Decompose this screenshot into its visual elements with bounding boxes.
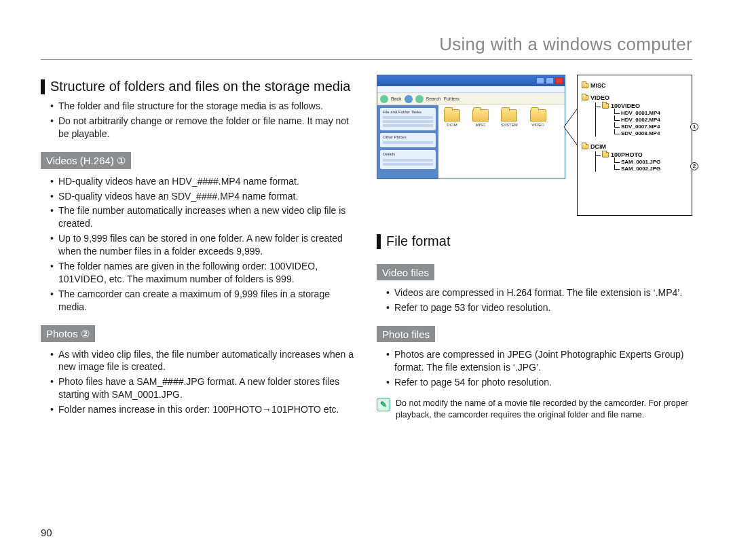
folder-icon: MISC xyxy=(472,109,489,174)
explorer-body: File and Folder Tasks Other Places Detai… xyxy=(377,105,565,179)
list-item: Photo files have a SAM_####.JPG format. … xyxy=(50,375,356,401)
annotation-mark-1: 1 xyxy=(690,123,698,131)
section-header-structure: Structure of folders and files on the st… xyxy=(41,79,356,94)
folder-icon xyxy=(582,144,588,149)
section-header-file-format: File format xyxy=(377,234,692,249)
explorer-titlebar xyxy=(377,75,565,86)
section-title-text: File format xyxy=(386,234,450,249)
minimize-icon xyxy=(536,77,544,84)
intro-list: The folder and file structure for the st… xyxy=(41,100,356,141)
folder-icon: DCIM xyxy=(444,109,460,174)
list-item: Refer to page 54 for photo resolution. xyxy=(386,376,692,389)
folder-icon xyxy=(582,95,588,100)
folder-icon xyxy=(582,83,588,88)
subheader-photos: Photos ② xyxy=(41,325,95,342)
list-item: Refer to page 53 for video resolution. xyxy=(386,301,692,314)
note-box: ✎ Do not modify the name of a movie file… xyxy=(377,398,692,421)
page-number: 90 xyxy=(41,527,52,538)
details-panel: Details xyxy=(380,150,436,168)
toolbar-folders-label: Folders xyxy=(444,96,459,101)
tree-file: SDV_0008.MP4 xyxy=(621,130,688,136)
right-column: Back Search Folders File and Folder Task… xyxy=(377,75,692,421)
subheader-photo-files: Photo files xyxy=(377,326,435,342)
tasks-panel: File and Folder Tasks xyxy=(380,108,436,130)
video-files-list: Videos are compressed in H.264 format. T… xyxy=(377,286,692,314)
up-icon xyxy=(415,95,424,103)
section-title-text: Structure of folders and files on the st… xyxy=(50,79,350,94)
list-item: The camcorder can create a maximum of 9,… xyxy=(50,288,356,314)
explorer-window: Back Search Folders File and Folder Task… xyxy=(377,75,565,179)
folder-icon xyxy=(602,103,609,109)
explorer-folder-view: DCIM MISC SYSTEM VIDEO xyxy=(438,105,565,179)
list-item: The folder and file structure for the st… xyxy=(50,100,356,113)
list-item: As with video clip files, the file numbe… xyxy=(50,348,356,374)
explorer-menubar xyxy=(377,86,565,93)
list-item: Up to 9,999 files can be stored in one f… xyxy=(50,232,356,258)
toolbar-back-label: Back xyxy=(391,96,402,101)
close-icon xyxy=(555,77,563,84)
photos-list: As with video clip files, the file numbe… xyxy=(41,348,356,416)
header-bar-icon xyxy=(41,79,45,94)
subheader-video-files: Video files xyxy=(377,264,434,280)
photo-files-list: Photos are compressed in JPEG (Joint Pho… xyxy=(377,348,692,389)
manual-page: Using with a windows computer Structure … xyxy=(0,0,733,560)
tree-node-dcim: DCIM 100PHOTO SAM_0001.JPG SAM_0002.JPG … xyxy=(582,143,688,172)
folder-icon xyxy=(602,152,609,157)
tree-node-100photo: 100PHOTO SAM_0001.JPG SAM_0002.JPG xyxy=(591,151,688,172)
folder-tree-diagram: MISC VIDEO 100VIDEO HDV_0001.MP4 HDV_000… xyxy=(577,75,692,216)
tree-file: SDV_0007.MP4 xyxy=(621,124,688,130)
tree-file: SAM_0002.JPG xyxy=(621,166,688,172)
back-icon xyxy=(380,95,388,103)
list-item: Do not arbitrarily change or remove the … xyxy=(50,115,356,141)
two-column-layout: Structure of folders and files on the st… xyxy=(41,75,692,421)
folder-structure-illustration: Back Search Folders File and Folder Task… xyxy=(377,75,692,224)
chapter-title: Using with a windows computer xyxy=(41,34,692,55)
forward-icon xyxy=(405,95,413,103)
videos-list: HD-quality videos have an HDV_####.MP4 n… xyxy=(41,175,356,314)
other-places-panel: Other Places xyxy=(380,133,436,147)
tree-node-100video: 100VIDEO HDV_0001.MP4 HDV_0002.MP4 SDV_0… xyxy=(591,102,688,136)
explorer-toolbar: Back Search Folders xyxy=(377,93,565,105)
list-item: Folder names increase in this order: 100… xyxy=(50,403,356,416)
explorer-side-panel: File and Folder Tasks Other Places Detai… xyxy=(377,105,438,179)
left-column: Structure of folders and files on the st… xyxy=(41,75,356,421)
list-item: The folder names are given in the follow… xyxy=(50,260,356,286)
subheader-videos: Videos (H.264) ① xyxy=(41,152,131,169)
list-item: The file number automatically increases … xyxy=(50,204,356,230)
toolbar-search-label: Search xyxy=(426,96,441,101)
folder-icon: SYSTEM xyxy=(501,109,518,174)
divider xyxy=(41,59,692,60)
tree-node-video: VIDEO 100VIDEO HDV_0001.MP4 HDV_0002.MP4… xyxy=(582,94,688,136)
folder-icon: VIDEO xyxy=(530,109,546,174)
list-item: HD-quality videos have an HDV_####.MP4 n… xyxy=(50,175,356,188)
annotation-mark-2: 2 xyxy=(690,162,698,170)
tree-file: SAM_0001.JPG xyxy=(621,159,688,165)
list-item: SD-quality videos have an SDV_####.MP4 n… xyxy=(50,190,356,203)
tree-file: HDV_0001.MP4 xyxy=(621,110,688,116)
list-item: Photos are compressed in JPEG (Joint Pho… xyxy=(386,348,692,374)
maximize-icon xyxy=(546,77,554,84)
tree-file: HDV_0002.MP4 xyxy=(621,117,688,123)
note-text: Do not modify the name of a movie file r… xyxy=(396,398,692,421)
header-bar-icon xyxy=(377,234,381,249)
list-item: Videos are compressed in H.264 format. T… xyxy=(386,286,692,299)
note-icon: ✎ xyxy=(377,398,390,411)
tree-node-misc: MISC xyxy=(582,82,688,89)
